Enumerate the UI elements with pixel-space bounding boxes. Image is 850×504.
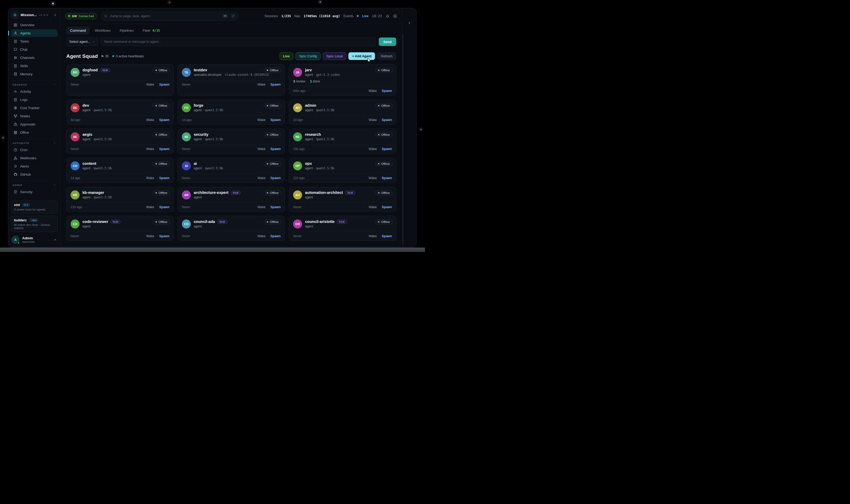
- sidebar-item-overview[interactable]: Overview: [11, 21, 58, 29]
- chevron-up-icon[interactable]: [53, 238, 57, 242]
- chevron-down-icon[interactable]: [53, 183, 56, 186]
- wake-button[interactable]: Wake: [146, 205, 154, 209]
- sidebar-item-security[interactable]: Security: [11, 188, 58, 196]
- promo-card-builderz[interactable]: builderz .dev AI-native dev shop · Solan…: [11, 216, 58, 232]
- action-button-refresh[interactable]: Refresh: [377, 52, 396, 60]
- sidebar-item-webhooks[interactable]: Webhooks: [11, 154, 58, 162]
- chevron-down-icon[interactable]: [53, 83, 56, 86]
- wake-button[interactable]: Wake: [146, 234, 154, 238]
- search-input[interactable]: [110, 14, 220, 18]
- sidebar-item-activity[interactable]: Activity: [11, 88, 58, 95]
- tab-pipelines[interactable]: Pipelines: [116, 27, 138, 34]
- wake-button[interactable]: Wake: [146, 147, 154, 151]
- agent-card-automation-architect[interactable]: Offline AU automation-architect local: [289, 187, 396, 212]
- sidebar-item-tasks[interactable]: Tasks: [11, 37, 58, 45]
- send-button[interactable]: Send: [379, 37, 396, 46]
- agent-card-council-ada[interactable]: Offline CO council-ada local: [178, 216, 285, 241]
- wake-button[interactable]: Wake: [146, 118, 154, 122]
- action-button-add-agent[interactable]: + Add Agent: [348, 52, 375, 60]
- tab-workflows[interactable]: Workflows: [91, 27, 114, 34]
- wake-button[interactable]: Wake: [258, 83, 265, 86]
- spawn-button[interactable]: Spawn: [270, 83, 281, 86]
- spawn-button[interactable]: Spawn: [270, 118, 281, 122]
- agent-card-council-aristotle[interactable]: Offline CO council-aristotle local: [289, 216, 396, 241]
- spawn-button[interactable]: Spawn: [382, 89, 392, 93]
- sidebar-item-skills[interactable]: Skills: [11, 62, 58, 70]
- sidebar-item-logs[interactable]: Logs: [11, 96, 58, 104]
- sidebar-item-memory[interactable]: Memory: [11, 70, 58, 78]
- sidebar-item-nodes[interactable]: Nodes: [11, 112, 58, 120]
- agent-card-aegis[interactable]: Offline AE aegis: [66, 129, 174, 154]
- sidebar-item-office[interactable]: Office: [11, 129, 58, 136]
- agent-card-dev[interactable]: Offline DE dev: [66, 100, 174, 125]
- action-button-sync-config[interactable]: Sync Config: [296, 52, 321, 60]
- command-input[interactable]: [101, 37, 376, 46]
- agent-card-kb-manager[interactable]: Offline KB kb-manager: [66, 187, 174, 212]
- user-menu[interactable]: A Admin openclaw: [11, 235, 58, 244]
- agent-card-forge[interactable]: Offline FO forge: [178, 100, 285, 125]
- action-button-live[interactable]: Live: [279, 52, 294, 60]
- agent-subtitle: agent: [83, 73, 110, 77]
- agent-select[interactable]: Select agent...: [66, 37, 98, 46]
- spawn-button[interactable]: Spawn: [382, 205, 392, 209]
- notifications-bell-icon[interactable]: [385, 14, 390, 18]
- agent-card-code-reviewer[interactable]: Offline CO code-reviewer local: [66, 216, 174, 241]
- action-button-sync-local[interactable]: Sync Local: [323, 52, 346, 60]
- sidebar-item-approvals[interactable]: Approvals: [11, 121, 58, 128]
- sidebar-item-chat[interactable]: Chat: [11, 46, 58, 53]
- agent-card-jarv[interactable]: Offline JA jarv: [289, 64, 396, 96]
- spawn-button[interactable]: Spawn: [159, 118, 170, 122]
- wake-button[interactable]: Wake: [369, 205, 377, 209]
- spawn-button[interactable]: Spawn: [270, 234, 281, 238]
- sidebar-item-github[interactable]: GitHub: [11, 170, 58, 178]
- agent-card-content[interactable]: Offline CO content: [66, 158, 174, 183]
- sidebar-item-cron[interactable]: Cron: [11, 146, 58, 154]
- promo-card-xint[interactable]: xint CLI X power tools for agents.: [11, 200, 58, 213]
- sidebar-item-channels[interactable]: Channels: [11, 54, 58, 61]
- spawn-button[interactable]: Spawn: [270, 147, 281, 151]
- spawn-button[interactable]: Spawn: [382, 176, 392, 180]
- wake-button[interactable]: Wake: [369, 176, 377, 180]
- spawn-button[interactable]: Spawn: [159, 234, 170, 238]
- spawn-button[interactable]: Spawn: [270, 176, 281, 180]
- global-search[interactable]: ⌘K /: [101, 12, 238, 21]
- sidebar-item-agents[interactable]: Agents: [11, 29, 58, 37]
- sidebar-item-cost-tracker[interactable]: Cost Tracker: [11, 104, 58, 112]
- wake-button[interactable]: Wake: [258, 176, 265, 180]
- sidebar-item-alerts[interactable]: Alerts: [11, 162, 58, 170]
- wake-button[interactable]: Wake: [146, 176, 154, 180]
- spawn-button[interactable]: Spawn: [382, 234, 392, 238]
- wake-button[interactable]: Wake: [258, 234, 265, 238]
- agent-card-dogfood[interactable]: Offline DO dogfood local: [66, 64, 174, 96]
- wake-button[interactable]: Wake: [369, 234, 377, 238]
- wake-button[interactable]: Wake: [258, 147, 265, 151]
- sidebar-collapse-icon[interactable]: [53, 13, 57, 17]
- feedback-smiley-icon[interactable]: [393, 14, 397, 18]
- spawn-button[interactable]: Spawn: [159, 205, 170, 209]
- spawn-button[interactable]: Spawn: [382, 147, 392, 151]
- agent-card-ai[interactable]: Offline AI ai: [178, 158, 285, 183]
- wake-button[interactable]: Wake: [258, 118, 265, 122]
- agent-name: automation-architect: [305, 191, 343, 195]
- wake-button[interactable]: Wake: [369, 147, 377, 151]
- spawn-button[interactable]: Spawn: [382, 118, 392, 122]
- tab-fleet[interactable]: Fleet 0/35: [139, 27, 164, 34]
- agent-card-testdev[interactable]: Offline TE testdev: [178, 64, 285, 96]
- wake-button[interactable]: Wake: [258, 205, 265, 209]
- agent-card-architecture-expert[interactable]: Offline AR architecture-expert local: [178, 187, 285, 212]
- spawn-button[interactable]: Spawn: [270, 205, 281, 209]
- scrollbar[interactable]: [403, 34, 403, 244]
- agent-card-research[interactable]: Offline RE research: [289, 129, 396, 154]
- wake-button[interactable]: Wake: [369, 118, 377, 122]
- spawn-button[interactable]: Spawn: [159, 83, 170, 86]
- wake-button[interactable]: Wake: [146, 83, 154, 86]
- agent-card-security[interactable]: Offline SE security: [178, 129, 285, 154]
- spawn-button[interactable]: Spawn: [159, 176, 170, 180]
- chevron-down-icon[interactable]: [53, 141, 56, 144]
- agent-card-admin[interactable]: Offline AD admin: [289, 100, 396, 125]
- spawn-button[interactable]: Spawn: [159, 147, 170, 151]
- tab-command[interactable]: Command: [66, 27, 90, 34]
- wake-button[interactable]: Wake: [369, 89, 377, 93]
- panel-collapse-icon[interactable]: [407, 21, 411, 25]
- agent-card-ops[interactable]: Offline OP ops: [289, 158, 396, 183]
